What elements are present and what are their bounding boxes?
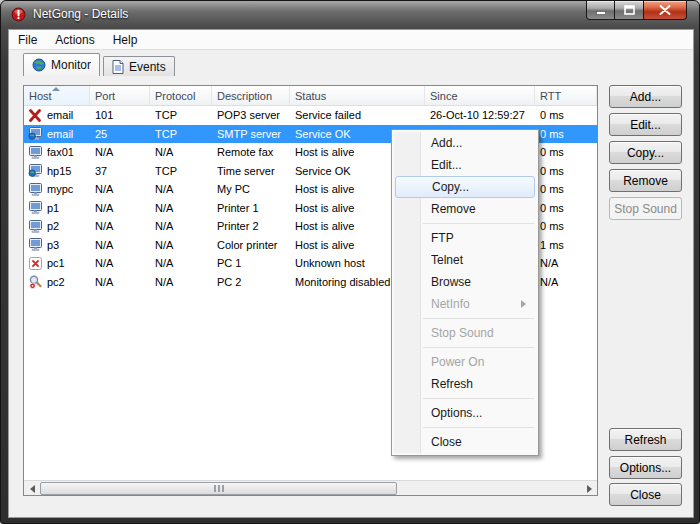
refresh-button[interactable]: Refresh [609, 428, 682, 451]
unknown-host-icon [27, 257, 43, 270]
menu-separator [423, 427, 534, 428]
column-header-protocol[interactable]: Protocol [150, 86, 212, 105]
close-button[interactable] [644, 1, 687, 20]
column-label: Port [95, 90, 115, 102]
context-menu-item-refresh[interactable]: Refresh [395, 373, 535, 395]
cell-description: Remote fax [212, 146, 290, 158]
column-header-description[interactable]: Description [212, 86, 290, 105]
scroll-right-icon[interactable] [581, 481, 597, 496]
app-icon [11, 7, 26, 22]
cell-host: p2 [24, 220, 90, 233]
cell-port: N/A [90, 239, 150, 251]
sort-ascending-icon [52, 87, 60, 91]
tab-events[interactable]: Events [103, 56, 175, 76]
cell-host: mypc [24, 183, 90, 196]
menu-separator [423, 347, 534, 348]
stop-sound-button[interactable]: Stop Sound [609, 197, 682, 220]
title-bar[interactable]: NetGong - Details [1, 1, 699, 29]
context-menu-item-copy[interactable]: Copy... [395, 176, 535, 198]
maximize-button[interactable] [615, 1, 644, 20]
cell-rtt: 0 ms [535, 220, 597, 232]
minimize-icon [596, 1, 606, 19]
context-menu-item-close[interactable]: Close [395, 431, 535, 453]
menu-separator [423, 318, 534, 319]
cell-description: Time server [212, 165, 290, 177]
cell-rtt: 0 ms [535, 183, 597, 195]
context-menu-item-telnet[interactable]: Telnet [395, 249, 535, 271]
add-button[interactable]: Add... [609, 85, 682, 108]
cell-rtt: N/A [535, 276, 597, 288]
cell-rtt: N/A [535, 257, 597, 269]
column-header-since[interactable]: Since [425, 86, 535, 105]
host-icon [27, 146, 43, 159]
window-controls [586, 1, 687, 20]
context-menu-item-netinfo: NetInfo [395, 293, 535, 315]
cell-host: fax01 [24, 146, 90, 159]
remove-button[interactable]: Remove [609, 169, 682, 192]
column-header-port[interactable]: Port [90, 86, 150, 105]
table-header: HostPortProtocolDescriptionStatusSinceRT… [24, 86, 597, 106]
menubar-item-help[interactable]: Help [104, 31, 147, 49]
close-button[interactable]: Close [609, 483, 682, 506]
scroll-left-icon[interactable] [24, 481, 40, 496]
cell-protocol: TCP [150, 128, 212, 140]
minimize-button[interactable] [586, 1, 615, 20]
column-header-host[interactable]: Host [24, 86, 90, 105]
globe-icon [32, 58, 46, 72]
tab-monitor[interactable]: Monitor [23, 53, 100, 76]
cell-host: pc1 [24, 257, 90, 270]
host-icon [27, 183, 43, 196]
cell-rtt: 0 ms [535, 165, 597, 177]
document-icon [112, 60, 124, 74]
cell-rtt: 0 ms [535, 146, 597, 158]
column-label: Host [29, 90, 52, 102]
cell-description: PC 1 [212, 257, 290, 269]
scrollbar-thumb[interactable] [40, 482, 397, 495]
options-button[interactable]: Options... [609, 456, 682, 479]
column-header-rtt[interactable]: RTT [535, 86, 597, 105]
cell-description: POP3 server [212, 109, 290, 121]
cell-host: p3 [24, 238, 90, 251]
cell-since: 26-Oct-10 12:59:27 [425, 109, 535, 121]
context-menu-item-browse[interactable]: Browse [395, 271, 535, 293]
context-menu-item-add[interactable]: Add... [395, 132, 535, 154]
cell-port: 101 [90, 109, 150, 121]
context-menu-item-power-on: Power On [395, 351, 535, 373]
service-failed-icon [27, 109, 43, 122]
horizontal-scrollbar[interactable] [24, 480, 597, 495]
tab-label: Monitor [51, 58, 91, 72]
app-window: NetGong - Details FileActionsHelp Monito… [0, 0, 700, 524]
menu-bar: FileActionsHelp [9, 30, 693, 50]
cell-protocol: N/A [150, 239, 212, 251]
host-icon [27, 238, 43, 251]
cell-protocol: N/A [150, 183, 212, 195]
cell-protocol: N/A [150, 220, 212, 232]
cell-rtt: 0 ms [535, 128, 597, 140]
menu-separator [423, 223, 534, 224]
cell-rtt: 0 ms [535, 109, 597, 121]
menubar-item-file[interactable]: File [9, 31, 46, 49]
context-menu-item-remove[interactable]: Remove [395, 198, 535, 220]
column-label: Since [430, 90, 458, 102]
cell-port: N/A [90, 146, 150, 158]
context-menu-item-options[interactable]: Options... [395, 402, 535, 424]
menu-separator [423, 398, 534, 399]
tab-label: Events [129, 60, 166, 74]
cell-description: Printer 2 [212, 220, 290, 232]
column-header-status[interactable]: Status [290, 86, 425, 105]
window-title: NetGong - Details [33, 7, 128, 21]
context-menu-item-edit[interactable]: Edit... [395, 154, 535, 176]
service-ok-icon [27, 127, 43, 140]
cell-host: pc2 [24, 275, 90, 289]
host-icon [27, 220, 43, 233]
table-row[interactable]: email101TCPPOP3 serverService failed26-O… [24, 106, 597, 125]
monitoring-disabled-icon [27, 275, 43, 289]
cell-protocol: N/A [150, 276, 212, 288]
cell-host: p1 [24, 201, 90, 214]
cell-port: N/A [90, 276, 150, 288]
edit-button[interactable]: Edit... [609, 113, 682, 136]
copy-button[interactable]: Copy... [609, 141, 682, 164]
menubar-item-actions[interactable]: Actions [46, 31, 103, 49]
context-menu-item-ftp[interactable]: FTP [395, 227, 535, 249]
column-label: Status [295, 90, 326, 102]
